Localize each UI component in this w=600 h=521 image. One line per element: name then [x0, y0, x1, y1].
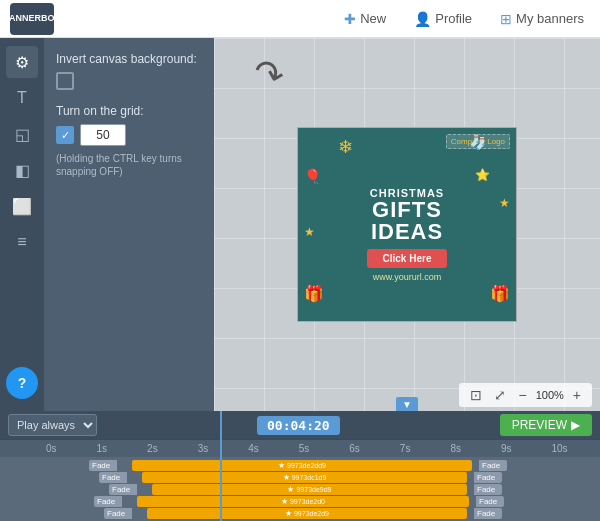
aspect-ratio-icon[interactable]: ⊡ [467, 386, 485, 404]
plus-icon: ✚ [344, 11, 356, 27]
banner-cta[interactable]: Click Here [367, 249, 448, 268]
track1-fade-left[interactable]: Fade [89, 460, 117, 471]
track1-star: ★ [278, 461, 285, 470]
banner-inner: Company Logo ❄ 🧦 🎈 ⭐ ★ ★ CHRISTMAS GIFTS… [298, 128, 516, 321]
track1-main[interactable]: ★ 9973de2dd9 [132, 460, 472, 471]
ruler-0s: 0s [44, 443, 95, 454]
track4-main[interactable]: ★ 9973de2d0 [137, 496, 469, 507]
new-label: New [360, 11, 386, 26]
timeline-container: Play always 00:04:20 PREVIEW ▶ 0s 1s 2s … [0, 411, 600, 521]
topbar: BANNER BOO ✚ New 👤 Profile ⊞ My banners [0, 0, 600, 38]
play-mode-select[interactable]: Play always [8, 414, 97, 436]
fullscreen-icon[interactable]: ⤢ [491, 386, 509, 404]
track2-fade-right[interactable]: Fade [474, 472, 502, 483]
grid-row: ✓ [56, 124, 202, 146]
snowflake-icon: ❄ [338, 136, 353, 158]
invert-label: Invert canvas background: [56, 52, 202, 66]
track-row-2: Fade ★ 9973dc1d9 Fade [44, 472, 600, 482]
sidebar-shape-icon[interactable]: ◱ [6, 118, 38, 150]
sidebar-layers-icon[interactable]: ≡ [6, 226, 38, 258]
banners-icon: ⊞ [500, 11, 512, 27]
profile-label: Profile [435, 11, 472, 26]
ruler-6s: 6s [347, 443, 398, 454]
sidebar-video-icon[interactable]: ⬜ [6, 190, 38, 222]
track4-fade-left[interactable]: Fade [94, 496, 122, 507]
ruler-5s: 5s [297, 443, 348, 454]
stocking-icon: 🧦 [469, 134, 486, 150]
banner-title2: GIFTS [372, 199, 442, 221]
ruler-marks: 0s 1s 2s 3s 4s 5s 6s 7s 8s 9s 10s [44, 443, 600, 454]
grid-label: Turn on the grid: [56, 104, 202, 118]
sidebar-text-icon[interactable]: T [6, 82, 38, 114]
timeline-bar: Play always 00:04:20 PREVIEW ▶ [0, 411, 600, 439]
mybanners-button[interactable]: ⊞ My banners [494, 7, 590, 31]
sidebar-help-button[interactable]: ? [6, 367, 38, 399]
ruler-2s: 2s [145, 443, 196, 454]
gift-left-icon: 🎁 [304, 284, 324, 303]
ruler-1s: 1s [95, 443, 146, 454]
gift-right-icon: 🎁 [490, 284, 510, 303]
track5-main[interactable]: ★ 9973de2d9 [147, 508, 467, 519]
sidebar-settings-icon[interactable]: ⚙ [6, 46, 38, 78]
play-icon: ▶ [571, 418, 580, 432]
track2-star: ★ [283, 473, 290, 482]
track5-label: 9973de2d9 [294, 510, 329, 517]
sidebar-image-icon[interactable]: ◧ [6, 154, 38, 186]
track1-fade-right[interactable]: Fade [479, 460, 507, 471]
track-row-1: Fade ★ 9973de2dd9 Fade [44, 460, 600, 470]
ruler-3s: 3s [196, 443, 247, 454]
ruler-10s: 10s [549, 443, 600, 454]
grid-checkbox[interactable]: ✓ [56, 126, 74, 144]
star-right-icon: ★ [499, 196, 510, 210]
banner-title3: IDEAS [371, 221, 443, 243]
track3-main[interactable]: ★ 9973de9d9 [152, 484, 467, 495]
track3-fade-left[interactable]: Fade [109, 484, 137, 495]
scroll-down-button[interactable]: ▼ [396, 397, 418, 411]
zoom-out-button[interactable]: − [515, 386, 529, 404]
preview-label: PREVIEW [512, 418, 567, 432]
ruler-9s: 9s [499, 443, 550, 454]
track5-star: ★ [285, 509, 292, 518]
logo-line1: BANNER [2, 14, 41, 24]
zoom-level: 100% [536, 389, 564, 401]
profile-icon: 👤 [414, 11, 431, 27]
grid-value-input[interactable] [80, 124, 126, 146]
track1-label: 9973de2dd9 [287, 462, 326, 469]
ruler-7s: 7s [398, 443, 449, 454]
track5-fade-left[interactable]: Fade [104, 508, 132, 519]
ornament-left-icon: 🎈 [304, 168, 321, 184]
logo: BANNER BOO [10, 3, 54, 35]
settings-panel: Invert canvas background: Turn on the gr… [44, 38, 214, 411]
new-button[interactable]: ✚ New [338, 7, 392, 31]
logo-line2: BOO [41, 14, 62, 24]
sidebar: ⚙ T ◱ ◧ ⬜ ≡ ? [0, 38, 44, 411]
zoom-in-button[interactable]: + [570, 386, 584, 404]
canvas-area: ↷ Company Logo ❄ 🧦 🎈 ⭐ ★ ★ CHRISTMAS GIF… [214, 38, 600, 411]
track2-label: 9973dc1d9 [292, 474, 327, 481]
preview-button[interactable]: PREVIEW ▶ [500, 414, 592, 436]
track-row-5: Fade ★ 9973de2d9 Fade [44, 509, 600, 519]
track5-fade-right[interactable]: Fade [474, 508, 502, 519]
track-row-4: Fade ★ 9973de2d0 Fade [44, 497, 600, 507]
ruler-8s: 8s [448, 443, 499, 454]
ornament-right-icon: ⭐ [475, 168, 490, 182]
timeline-tracks: Fade ★ 9973de2dd9 Fade Fade ★ 9973dc1d9 … [0, 457, 600, 521]
profile-button[interactable]: 👤 Profile [408, 7, 478, 31]
track3-label: 9973de9d9 [296, 486, 331, 493]
track4-label: 9973de2d0 [290, 498, 325, 505]
invert-checkbox[interactable] [56, 72, 74, 90]
track4-fade-right[interactable]: Fade [476, 496, 504, 507]
ruler-4s: 4s [246, 443, 297, 454]
canvas-controls: ⊡ ⤢ − 100% + [459, 383, 592, 407]
track3-fade-right[interactable]: Fade [474, 484, 502, 495]
track2-fade-left[interactable]: Fade [99, 472, 127, 483]
track-row-3: Fade ★ 9973de9d9 Fade [44, 484, 600, 494]
star-left-icon: ★ [304, 225, 315, 239]
main-area: ⚙ T ◱ ◧ ⬜ ≡ ? Invert canvas background: … [0, 38, 600, 411]
timecode: 00:04:20 [257, 416, 340, 435]
timeline-ruler: 0s 1s 2s 3s 4s 5s 6s 7s 8s 9s 10s [0, 439, 600, 457]
banner-canvas[interactable]: Company Logo ❄ 🧦 🎈 ⭐ ★ ★ CHRISTMAS GIFTS… [297, 127, 517, 322]
track2-main[interactable]: ★ 9973dc1d9 [142, 472, 467, 483]
grid-hint: (Holding the CTRL key turns snapping OFF… [56, 152, 202, 178]
help-label: ? [18, 375, 27, 391]
